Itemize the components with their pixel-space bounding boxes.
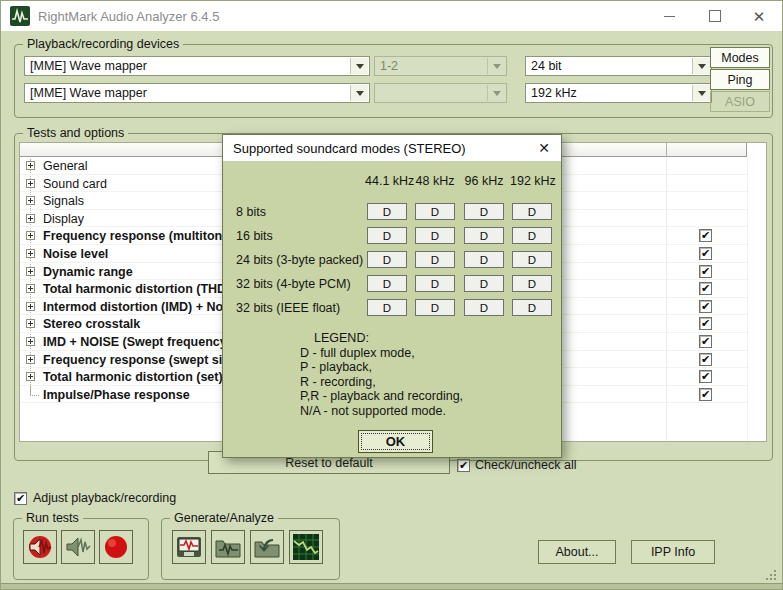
ipp-info-button[interactable]: IPP Info	[631, 540, 715, 564]
expand-plus-icon[interactable]	[26, 161, 35, 170]
mode-cell-button[interactable]: D	[512, 275, 552, 292]
mode-cell-button[interactable]: D	[512, 227, 552, 244]
green-speaker-icon	[64, 533, 92, 561]
window-bottom-edge	[1, 583, 782, 589]
title-bar: RightMark Audio Analyzer 6.4.5 ✕	[1, 1, 782, 31]
app-window: RightMark Audio Analyzer 6.4.5 ✕ Playbac…	[0, 0, 783, 590]
dialog-title-bar: Supported soundcard modes (STEREO) ✕	[223, 135, 561, 161]
expand-plus-icon[interactable]	[26, 372, 35, 381]
spectrum-analysis-button[interactable]	[289, 530, 323, 564]
expand-plus-icon[interactable]	[26, 179, 35, 188]
play-test-signal-button[interactable]	[61, 530, 95, 564]
test-enabled-checkbox[interactable]	[699, 229, 712, 242]
test-enabled-checkbox[interactable]	[699, 300, 712, 313]
maximize-button[interactable]	[697, 1, 733, 31]
close-button[interactable]: ✕	[741, 1, 777, 31]
test-enabled-checkbox[interactable]	[699, 282, 712, 295]
check-uncheck-all-checkbox[interactable]	[457, 459, 470, 472]
expand-plus-icon[interactable]	[26, 267, 35, 276]
minimize-button[interactable]	[651, 1, 687, 31]
test-enabled-checkbox[interactable]	[699, 353, 712, 366]
dialog-close-button[interactable]: ✕	[527, 135, 561, 161]
ok-button-label: OK	[386, 434, 406, 449]
playback-device-value: [MME] Wave mapper	[30, 59, 147, 73]
test-enabled-checkbox[interactable]	[699, 388, 712, 401]
chevron-down-icon	[487, 85, 505, 101]
expand-plus-icon[interactable]	[26, 355, 35, 364]
test-enabled-checkbox[interactable]	[699, 370, 712, 383]
run-tests-group-label: Run tests	[22, 511, 83, 525]
expand-plus-icon[interactable]	[26, 319, 35, 328]
about-button[interactable]: About...	[538, 540, 616, 564]
mode-cell-button[interactable]: D	[512, 203, 552, 220]
dialog-body: 44.1 kHz48 kHz96 kHz192 kHz8 bitsDDDD16 …	[223, 161, 561, 457]
mode-cell-button[interactable]: D	[415, 203, 455, 220]
chevron-down-icon[interactable]	[692, 58, 710, 74]
adjust-playback-label: Adjust playback/recording	[33, 491, 176, 505]
bit-depth-row-label: 32 bits (4-byte PCM)	[236, 277, 351, 291]
expand-plus-icon[interactable]	[26, 214, 35, 223]
mode-cell-button[interactable]: D	[415, 275, 455, 292]
mode-cell-button[interactable]: D	[415, 227, 455, 244]
mode-cell-button[interactable]: D	[464, 227, 504, 244]
devices-group-label: Playback/recording devices	[23, 37, 183, 51]
test-enabled-checkbox[interactable]	[699, 335, 712, 348]
sample-rate-select[interactable]: 192 kHz	[525, 83, 712, 103]
mode-cell-button[interactable]: D	[512, 251, 552, 268]
chevron-down-icon[interactable]	[692, 85, 710, 101]
close-icon: ✕	[538, 140, 550, 156]
mode-cell-button[interactable]: D	[367, 251, 407, 268]
chevron-down-icon[interactable]	[350, 85, 368, 101]
test-playback-recording-button[interactable]	[23, 530, 57, 564]
legend-line: P,R - playback and recording,	[300, 389, 463, 404]
sample-rate-column-header: 192 kHz	[510, 174, 554, 188]
modes-button[interactable]: Modes	[710, 47, 770, 68]
analyze-wav-button[interactable]	[211, 530, 245, 564]
recording-device-select[interactable]: [MME] Wave mapper	[24, 83, 370, 103]
bit-depth-value: 24 bit	[531, 59, 562, 73]
expand-plus-icon[interactable]	[26, 231, 35, 240]
mode-cell-button[interactable]: D	[512, 299, 552, 316]
ping-button[interactable]: Ping	[710, 69, 770, 90]
adjust-playback-checkbox[interactable]	[14, 492, 27, 505]
chevron-down-icon[interactable]	[350, 58, 368, 74]
expand-plus-icon[interactable]	[26, 196, 35, 205]
mode-cell-button[interactable]: D	[367, 275, 407, 292]
generate-analyze-group: Generate/Analyze	[161, 518, 340, 580]
expand-plus-icon[interactable]	[26, 337, 35, 346]
test-enabled-checkbox[interactable]	[699, 317, 712, 330]
record-icon	[102, 533, 130, 561]
expand-plus-icon[interactable]	[26, 284, 35, 293]
test-enabled-checkbox[interactable]	[699, 265, 712, 278]
generate-wav-button[interactable]	[172, 530, 206, 564]
test-label: Frequency response (swept sine)	[43, 353, 241, 367]
legend-line: P - playback,	[300, 360, 463, 375]
expand-plus-icon[interactable]	[26, 302, 35, 311]
mode-cell-button[interactable]: D	[464, 275, 504, 292]
test-label: Total harmonic distortion (THD)	[43, 282, 230, 296]
mode-cell-button[interactable]: D	[464, 299, 504, 316]
mode-cell-button[interactable]: D	[367, 299, 407, 316]
mode-cell-button[interactable]: D	[464, 203, 504, 220]
mode-cell-button[interactable]: D	[367, 227, 407, 244]
bit-depth-select[interactable]: 24 bit	[525, 56, 712, 76]
expand-plus-icon[interactable]	[26, 249, 35, 258]
resize-grip[interactable]	[765, 570, 777, 582]
sample-rate-column-header: 48 kHz	[413, 174, 457, 188]
soundcard-modes-dialog: Supported soundcard modes (STEREO) ✕ 44.…	[222, 134, 562, 458]
close-icon: ✕	[753, 9, 766, 24]
playback-device-select[interactable]: [MME] Wave mapper	[24, 56, 370, 76]
mode-cell-button[interactable]: D	[415, 251, 455, 268]
mode-cell-button[interactable]: D	[464, 251, 504, 268]
mode-cell-button[interactable]: D	[415, 299, 455, 316]
test-label: Signals	[43, 194, 84, 208]
legend-line: R - recording,	[300, 375, 463, 390]
load-file-button[interactable]	[250, 530, 284, 564]
spectrum-grid-icon	[292, 533, 320, 561]
about-button-label: About...	[555, 545, 598, 559]
test-label: Sound card	[43, 177, 107, 191]
ok-button[interactable]: OK	[358, 430, 433, 453]
mode-cell-button[interactable]: D	[367, 203, 407, 220]
test-enabled-checkbox[interactable]	[699, 247, 712, 260]
record-button[interactable]	[99, 530, 133, 564]
